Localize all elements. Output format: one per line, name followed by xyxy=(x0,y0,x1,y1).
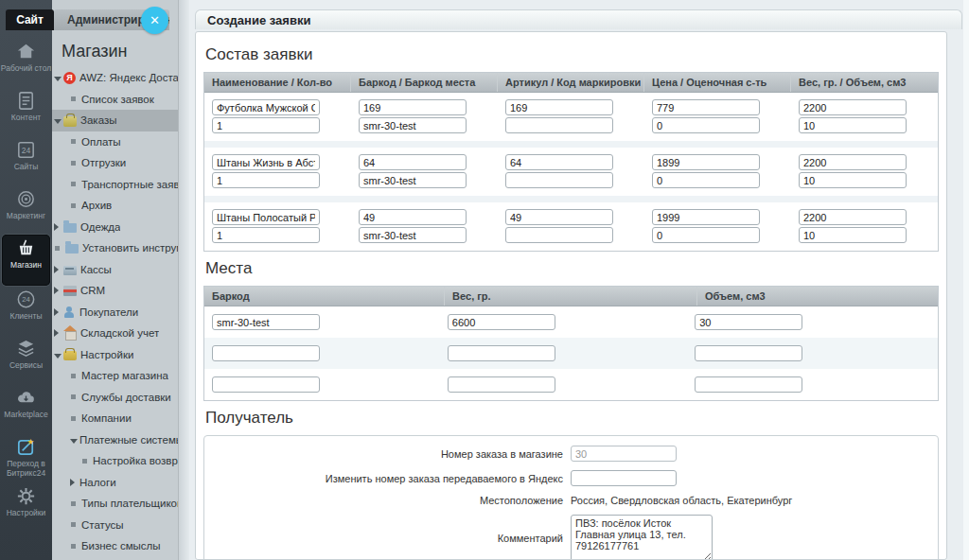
main-content: Создание заявки Состав заявки Наименован… xyxy=(189,0,969,560)
place-barcode-input[interactable] xyxy=(212,345,320,361)
rail-item-shop[interactable]: Магазин xyxy=(2,235,50,286)
chevron-down-icon[interactable] xyxy=(70,434,79,446)
item-volume-input[interactable] xyxy=(799,172,907,188)
item-marking-input[interactable] xyxy=(505,227,613,243)
chevron-down-icon[interactable] xyxy=(54,349,63,360)
sidebar-item-shop-master[interactable]: Мастер магазина xyxy=(52,365,178,387)
sidebar-item-warehouse[interactable]: Складской учет xyxy=(52,323,178,344)
item-article-input[interactable] xyxy=(505,154,613,170)
item-place-barcode-input[interactable] xyxy=(359,227,467,243)
rail-item-services[interactable]: Сервисы xyxy=(0,335,52,384)
sidebar-item-delivery-services[interactable]: Службы доставки xyxy=(52,387,178,409)
sidebar-item-cash-registers[interactable]: Кассы xyxy=(52,259,178,281)
rail-item-sites[interactable]: 24 Сайты xyxy=(0,136,52,185)
sidebar-item-buyers[interactable]: Покупатели xyxy=(52,302,178,324)
row-separator xyxy=(204,141,938,148)
sidebar-item-taxes[interactable]: Налоги xyxy=(52,472,178,494)
rail-item-desktop[interactable]: Рабочий стол xyxy=(0,38,52,87)
change-number-input[interactable] xyxy=(571,470,677,486)
item-place-barcode-input[interactable] xyxy=(359,117,467,133)
place-weight-input[interactable] xyxy=(448,376,555,393)
basket-icon xyxy=(63,351,77,360)
sidebar-item-statuses[interactable]: Статусы xyxy=(52,515,178,536)
chevron-right-icon[interactable] xyxy=(54,306,63,318)
chevron-right-icon[interactable] xyxy=(54,285,63,296)
sidebar-item-transport-requests[interactable]: Транспортные заявки xyxy=(52,174,178,196)
item-weight-input[interactable] xyxy=(799,99,907,115)
place-row xyxy=(204,306,938,338)
svg-text:24: 24 xyxy=(22,295,30,304)
sidebar-item-shipments[interactable]: Отгрузки xyxy=(52,152,178,174)
place-volume-input[interactable] xyxy=(695,314,802,330)
item-marking-input[interactable] xyxy=(505,117,613,133)
sidebar-item-crm[interactable]: CRM xyxy=(52,280,178,302)
item-article-input[interactable] xyxy=(505,209,613,225)
sidebar-item-payer-types[interactable]: Типы плательщиков xyxy=(52,493,178,515)
item-price-input[interactable] xyxy=(652,154,760,170)
rail-item-marketing[interactable]: Маркетинг xyxy=(0,185,52,235)
order-number-input[interactable] xyxy=(571,446,677,462)
sidebar-item-install-tools[interactable]: Установить инструменты и xyxy=(52,237,178,259)
item-price-input[interactable] xyxy=(652,209,760,225)
rail-item-bitrix24[interactable]: ★ Переход в Битрикс24 xyxy=(0,433,52,482)
place-barcode-input[interactable] xyxy=(212,376,320,393)
place-weight-input[interactable] xyxy=(448,314,555,330)
location-label: Местоположение xyxy=(204,495,571,506)
place-volume-input[interactable] xyxy=(695,345,802,361)
panel-resizer[interactable] xyxy=(179,0,189,560)
item-qty-input[interactable] xyxy=(212,117,320,133)
item-marking-input[interactable] xyxy=(505,172,613,188)
crm-icon xyxy=(63,286,77,296)
chevron-down-icon[interactable] xyxy=(54,72,63,83)
item-name-input[interactable] xyxy=(212,209,320,225)
rail-item-clients[interactable]: 24 Клиенты xyxy=(0,286,52,335)
chevron-right-icon[interactable] xyxy=(54,264,63,275)
column-header: Вес, гр. / Объем, см3 xyxy=(791,73,938,92)
item-qty-input[interactable] xyxy=(212,227,320,243)
sidebar-item-orders[interactable]: Заказы xyxy=(52,110,178,131)
sidebar-item-business-meanings[interactable]: Бизнес смыслы xyxy=(52,535,178,557)
rail-item-content[interactable]: Контент xyxy=(0,87,52,136)
tab-site[interactable]: Сайт xyxy=(6,9,54,30)
chevron-right-icon[interactable] xyxy=(70,477,79,488)
item-name-input[interactable] xyxy=(212,154,320,170)
item-article-input[interactable] xyxy=(505,99,613,115)
place-row xyxy=(204,369,938,400)
rail-item-marketplace[interactable]: Marketplace xyxy=(0,384,52,433)
chevron-right-icon[interactable] xyxy=(54,327,63,339)
section-title-order-items: Состав заявки xyxy=(205,45,939,64)
item-estimated-input[interactable] xyxy=(652,117,760,133)
sidebar-item-companies[interactable]: Компании xyxy=(52,408,178,429)
layers-icon xyxy=(15,338,37,359)
item-barcode-input[interactable] xyxy=(359,209,467,225)
item-weight-input[interactable] xyxy=(799,209,907,225)
place-weight-input[interactable] xyxy=(448,345,555,361)
sidebar-item-archive[interactable]: Архив xyxy=(52,195,178,217)
item-volume-input[interactable] xyxy=(799,227,907,243)
item-volume-input[interactable] xyxy=(799,117,907,133)
item-barcode-input[interactable] xyxy=(359,99,467,115)
item-place-barcode-input[interactable] xyxy=(359,172,467,188)
sidebar-item-settings[interactable]: Настройки xyxy=(52,344,178,366)
item-price-input[interactable] xyxy=(652,99,760,115)
sidebar-item-request-list[interactable]: Список заявок xyxy=(52,89,178,111)
item-name-input[interactable] xyxy=(212,99,320,115)
sidebar-item-clothes[interactable]: Одежда xyxy=(52,217,178,238)
item-estimated-input[interactable] xyxy=(652,172,760,188)
comment-textarea[interactable]: ПВЗ: посёлок Исток Главная улица 13, тел… xyxy=(571,515,713,560)
sidebar-item-payment-systems[interactable]: Платежные системы xyxy=(52,429,178,451)
item-barcode-input[interactable] xyxy=(359,154,467,170)
rail-item-settings[interactable]: Настройки xyxy=(0,482,52,532)
item-qty-input[interactable] xyxy=(212,172,320,188)
place-volume-input[interactable] xyxy=(695,376,802,393)
sidebar-item-awz-yandex[interactable]: Я AWZ: Яндекс Доставка xyxy=(52,67,178,89)
close-icon[interactable]: ✕ xyxy=(141,7,168,34)
item-estimated-input[interactable] xyxy=(652,227,760,243)
sidebar-item-refund-settings[interactable]: Настройка возвратов xyxy=(52,450,178,472)
item-weight-input[interactable] xyxy=(799,154,907,170)
sidebar-item-payments[interactable]: Оплаты xyxy=(52,131,178,153)
chevron-right-icon[interactable] xyxy=(54,221,63,233)
places-table: Баркод Вес, гр. Объем, см3 xyxy=(203,286,939,401)
place-barcode-input[interactable] xyxy=(212,314,320,330)
chevron-down-icon[interactable] xyxy=(54,114,63,126)
